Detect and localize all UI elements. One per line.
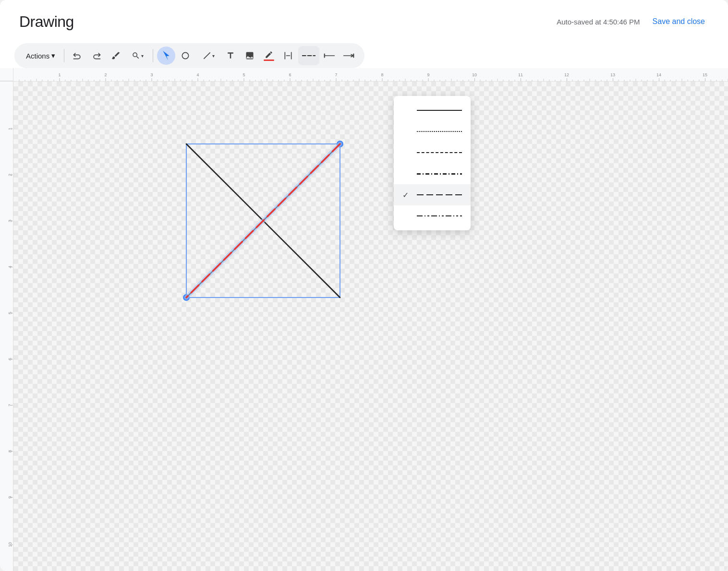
ruler-h-minor-tick: [117, 80, 118, 81]
line-end-icon: [343, 52, 354, 59]
ruler-h-minor-tick: [325, 80, 325, 81]
dash-style-icon: [302, 52, 315, 59]
pen-button[interactable]: [260, 46, 278, 66]
ruler-v-tick: 7: [0, 404, 13, 406]
dash-option-dotted[interactable]: [394, 121, 471, 142]
toolbar-divider-1: [64, 49, 64, 62]
ruler-h-minor-tick: [181, 80, 181, 81]
ruler-v-tick: 5: [0, 312, 13, 314]
ruler-h-minor-tick: [94, 80, 95, 81]
ruler-v-tick: 6: [0, 358, 13, 360]
ruler-h-minor-tick: [630, 80, 631, 81]
text-button[interactable]: [221, 47, 240, 65]
ruler-h-minor-tick: [647, 80, 648, 81]
ruler-h-tick: 5: [243, 72, 245, 81]
ruler-h-minor-tick: [376, 80, 377, 81]
ruler-v-tick: 3: [0, 220, 13, 222]
ruler-h-minor-tick: [232, 80, 233, 81]
dash-option-long-dashed[interactable]: ✓: [394, 184, 471, 205]
ruler-h-minor-tick: [722, 80, 723, 81]
ruler-h-minor-tick: [434, 80, 435, 81]
actions-button[interactable]: Actions ▾: [21, 48, 60, 63]
zoom-chevron: ▾: [141, 53, 144, 59]
ruler-v-tick: 2: [0, 174, 13, 176]
line-start-button[interactable]: [320, 47, 339, 65]
dash-solid-preview: [417, 110, 462, 111]
dash-option-dash-dot[interactable]: [394, 163, 471, 184]
ruler-h-minor-tick: [353, 80, 354, 81]
ruler-h-minor-tick: [192, 80, 193, 81]
format-paint-icon: [111, 51, 121, 60]
actions-label: Actions: [26, 52, 49, 60]
dash-option-long-dash-dot[interactable]: [394, 205, 471, 226]
ruler-horizontal: 12345678910111213141516171819: [0, 68, 728, 82]
image-button[interactable]: [241, 47, 259, 65]
canvas-area[interactable]: 12345678910111213141516171819 1234567891…: [0, 68, 728, 571]
ruler-h-minor-tick: [584, 80, 584, 81]
ruler-h-tick: 1: [58, 72, 61, 81]
format-paint-button[interactable]: [107, 47, 125, 65]
drawing-canvas[interactable]: [13, 82, 728, 571]
ruler-h-minor-tick: [503, 80, 504, 81]
dash-style-button[interactable]: [298, 46, 319, 65]
ruler-h-minor-tick: [463, 80, 463, 81]
drawing-svg[interactable]: [13, 82, 728, 571]
ruler-h-minor-tick: [279, 80, 279, 81]
line-button[interactable]: ▾: [195, 47, 220, 65]
ruler-h-minor-tick: [140, 80, 141, 81]
ruler-h-minor-tick: [302, 80, 302, 81]
select-button[interactable]: [157, 47, 175, 65]
ruler-h-tick: 15: [703, 72, 707, 81]
ruler-h-minor-tick: [601, 80, 602, 81]
ruler-h-minor-tick: [204, 80, 204, 81]
dash-option-solid[interactable]: [394, 100, 471, 121]
ruler-h-minor-tick: [405, 79, 406, 81]
ruler-h-minor-tick: [215, 80, 216, 81]
ruler-h-tick: 14: [656, 72, 661, 81]
redo-icon: [92, 51, 101, 60]
page-title: Drawing: [19, 13, 74, 31]
ruler-corner: [0, 68, 13, 81]
save-close-button[interactable]: Save and close: [649, 15, 709, 28]
zoom-button[interactable]: ▾: [126, 47, 149, 65]
ruler-h-minor-tick: [578, 80, 579, 81]
ruler-h-minor-tick: [267, 79, 267, 81]
ruler-h-ticks: 12345678910111213141516171819: [13, 68, 728, 81]
ruler-h-minor-tick: [54, 80, 54, 81]
dash-option-dashed[interactable]: [394, 142, 471, 163]
align-button[interactable]: [279, 47, 297, 65]
ruler-h-minor-tick: [250, 80, 250, 81]
ruler-h-minor-tick: [590, 79, 590, 81]
pen-color-indicator: [264, 59, 274, 61]
redo-button[interactable]: [87, 47, 106, 65]
ruler-h-minor-tick: [186, 80, 187, 81]
ruler-h-tick: 3: [150, 72, 153, 81]
line-end-button[interactable]: [340, 47, 358, 65]
ruler-h-minor-tick: [31, 80, 31, 81]
ruler-h-tick: 4: [196, 72, 199, 81]
ruler-h-minor-tick: [544, 79, 544, 81]
undo-button[interactable]: [68, 47, 86, 65]
ruler-h-minor-tick: [307, 80, 308, 81]
toolbar-wrapper: Actions ▾ ▾: [0, 38, 728, 68]
ruler-h-minor-tick: [676, 80, 677, 81]
ruler-h-minor-tick: [134, 80, 135, 81]
ruler-h-minor-tick: [451, 79, 452, 81]
ruler-h-minor-tick: [255, 80, 256, 81]
line-chevron-icon: ▾: [212, 53, 215, 59]
ruler-h-minor-tick: [319, 80, 319, 81]
ruler-h-minor-tick: [209, 80, 210, 81]
ruler-h-minor-tick: [175, 79, 175, 81]
ruler-h-minor-tick: [71, 80, 72, 81]
ruler-h-minor-tick: [261, 80, 262, 81]
ruler-h-minor-tick: [146, 80, 146, 81]
ruler-h-minor-tick: [688, 80, 688, 81]
ruler-h-minor-tick: [572, 80, 573, 81]
ruler-h-minor-tick: [457, 80, 458, 81]
ruler-h-minor-tick: [158, 80, 158, 81]
ruler-h-minor-tick: [388, 80, 388, 81]
shapes-button[interactable]: [176, 47, 194, 65]
ruler-h-tick: 9: [427, 72, 429, 81]
ruler-h-minor-tick: [400, 80, 400, 81]
dash-dashed-preview: [417, 152, 462, 154]
